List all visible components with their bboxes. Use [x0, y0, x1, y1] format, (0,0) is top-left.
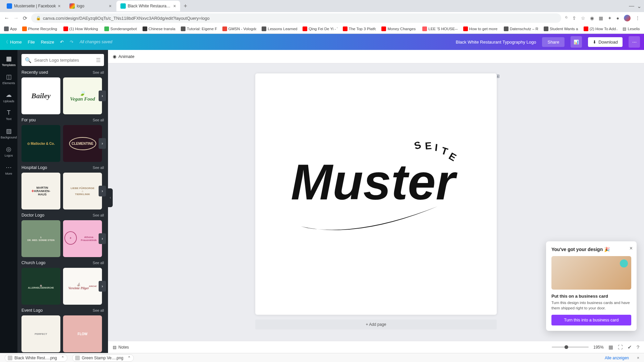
ext-icon[interactable]: ◉	[590, 15, 594, 21]
bookmark[interactable]: (2) How To Add A…	[584, 26, 618, 31]
resize-button[interactable]: Resize	[41, 40, 54, 45]
zoom-percent[interactable]: 195%	[593, 345, 604, 350]
download-button[interactable]: ⬇Download	[588, 37, 623, 47]
bookmark[interactable]: Tutorial: Eigene Fa…	[181, 26, 217, 31]
template-thumb[interactable]: LIEBE FÜRSORGE⌂TIERKLINIK	[63, 173, 102, 209]
template-thumb[interactable]: ⛪Vereinte PilgerKIRCHE	[63, 268, 102, 305]
show-all-downloads[interactable]: Alle anzeigen	[605, 356, 629, 360]
bookmark[interactable]: The Top 3 Platfor…	[343, 26, 376, 31]
share-icon[interactable]: ⇪	[572, 15, 576, 21]
profile-avatar[interactable]	[624, 15, 631, 21]
undo-icon[interactable]: ↶	[60, 40, 64, 45]
bookmark[interactable]: Chinese translati…	[143, 26, 175, 31]
collapse-panel-icon[interactable]: ‹	[108, 188, 113, 207]
chevron-up-icon[interactable]: ⌃	[61, 356, 64, 360]
bookmark[interactable]: Datenschutz – Re…	[504, 26, 538, 31]
bookmark[interactable]: Lessons Learned f…	[262, 26, 297, 31]
close-icon[interactable]: ×	[109, 3, 112, 9]
file-menu-button[interactable]: File	[28, 40, 35, 45]
translate-icon[interactable]: ᴳ	[565, 15, 568, 21]
rail-templates[interactable]: ▦Templates	[0, 52, 17, 69]
notes-button[interactable]: ▤Notes	[113, 345, 129, 350]
scroll-right-icon[interactable]: ›	[99, 233, 106, 244]
see-all-link[interactable]: See all	[93, 213, 104, 217]
bookmark[interactable]: Sonderangebot! …	[104, 26, 137, 31]
insights-icon[interactable]: 📊	[571, 36, 582, 48]
logo-graphic[interactable]: S E I T E Muster	[284, 136, 458, 250]
bookmark[interactable]: Money Changes E…	[381, 26, 417, 31]
ext-icon[interactable]: ●	[616, 15, 619, 21]
bookmark[interactable]: Student Wants an…	[544, 26, 578, 31]
redo-icon[interactable]: ↷	[70, 40, 73, 45]
template-thumb[interactable]: Bailey	[21, 77, 60, 114]
help-icon[interactable]: ?	[637, 344, 639, 350]
template-thumb[interactable]: FLOW	[63, 315, 102, 352]
template-thumb[interactable]: ✦Athena Frauenklinik	[63, 220, 102, 257]
bookmark[interactable]: GMSN - Vologda,…	[222, 26, 257, 31]
zoom-thumb[interactable]	[565, 345, 568, 349]
ext-icon[interactable]: ▦	[599, 15, 603, 21]
back-icon[interactable]: ←	[4, 15, 9, 21]
rail-uploads[interactable]: ☁Uploads	[0, 88, 17, 106]
scroll-right-icon[interactable]: ›	[99, 281, 106, 292]
tab-canva-active[interactable]: Black White Restaurant Typo… ×	[116, 1, 180, 11]
document-title[interactable]: Black White Restaurant Typography Logo	[456, 40, 536, 45]
chevron-down-icon[interactable]: ⌄	[637, 3, 641, 9]
bookmark[interactable]: How to get more v…	[463, 26, 498, 31]
home-button[interactable]: 〈Home	[4, 39, 22, 45]
chevron-up-icon[interactable]: ⌃	[127, 356, 131, 360]
search-input[interactable]	[34, 58, 93, 63]
share-button[interactable]: Share	[542, 37, 565, 47]
template-thumb[interactable]: ✚ MARTINKRANKEN-HAUS	[21, 173, 60, 209]
promo-cta-button[interactable]: Turn this into a business card	[551, 315, 631, 325]
apps-button[interactable]: Apps	[4, 26, 17, 31]
template-thumb[interactable]: ⛪ALLERHEILIGENKIRCHE	[21, 268, 60, 305]
bookmark[interactable]: (1) How Working a…	[63, 26, 99, 31]
scroll-right-icon[interactable]: ›	[99, 186, 106, 196]
see-all-link[interactable]: See all	[93, 118, 104, 122]
minimize-icon[interactable]: —	[629, 3, 634, 9]
search-box[interactable]: 🔍 ☰	[21, 54, 104, 66]
template-thumb[interactable]: ⊙ Matlocke & Co.	[21, 125, 60, 162]
close-icon[interactable]: ×	[630, 245, 633, 251]
close-icon[interactable]: ×	[637, 356, 639, 360]
check-icon[interactable]: ✔	[628, 344, 632, 350]
scroll-right-icon[interactable]: ›	[99, 138, 106, 149]
template-thumb[interactable]: CLEMENTINE	[63, 125, 102, 162]
more-icon[interactable]: ⋯	[629, 36, 640, 48]
see-all-link[interactable]: See all	[93, 261, 104, 265]
tab-logo-search[interactable]: logo ×	[65, 1, 116, 11]
scroll-right-icon[interactable]: ›	[99, 90, 106, 101]
filter-icon[interactable]: ☰	[96, 57, 101, 63]
fullscreen-icon[interactable]: ⛶	[618, 344, 623, 350]
template-thumb[interactable]: 🍃Vegan Food	[63, 77, 102, 114]
design-page[interactable]: S E I T E Muster	[255, 73, 497, 315]
see-all-link[interactable]: See all	[93, 308, 104, 312]
reading-list[interactable]: ▤Leseliste	[623, 26, 640, 31]
animate-button[interactable]: ◉Animate	[113, 54, 135, 59]
close-icon[interactable]: ×	[58, 3, 61, 9]
panel-scroll[interactable]: Recently usedSee all Bailey 🍃Vegan Food …	[17, 70, 108, 353]
rail-logos[interactable]: ◎Logos	[0, 142, 17, 160]
puzzle-icon[interactable]: ✦	[608, 15, 612, 21]
reload-icon[interactable]: ⟳	[23, 15, 27, 21]
add-page-button[interactable]: + Add page	[255, 319, 497, 329]
bookmark[interactable]: Phone Recycling a…	[22, 26, 58, 31]
bookmark[interactable]: Qing Fei De Yi - Y…	[303, 26, 337, 31]
forward-icon[interactable]: →	[13, 15, 19, 21]
template-thumb[interactable]: ⚕DR. MED. SONNE STEIN	[21, 220, 60, 257]
rail-background[interactable]: ▨Background	[0, 124, 17, 142]
see-all-link[interactable]: See all	[93, 166, 104, 170]
rail-elements[interactable]: ◫Elements	[0, 70, 17, 87]
close-icon[interactable]: ×	[173, 3, 176, 9]
template-thumb[interactable]: PERFECT	[21, 315, 60, 352]
see-all-link[interactable]: See all	[93, 70, 104, 74]
bookmark[interactable]: LEE 'S HOUSE----…	[422, 26, 458, 31]
star-icon[interactable]: ☆	[581, 15, 585, 21]
rail-text[interactable]: TText	[0, 106, 17, 124]
url-box[interactable]: 🔒 canva.com/design/DAEyzq8OqTs/c_TNs118b…	[31, 13, 561, 23]
download-item[interactable]: Black White Rest….png⌃	[5, 354, 67, 362]
new-tab-button[interactable]: +	[181, 1, 190, 11]
tab-facebook[interactable]: Musterseite | Facebook ×	[3, 1, 65, 11]
grid-view-icon[interactable]: ▦	[608, 344, 613, 350]
